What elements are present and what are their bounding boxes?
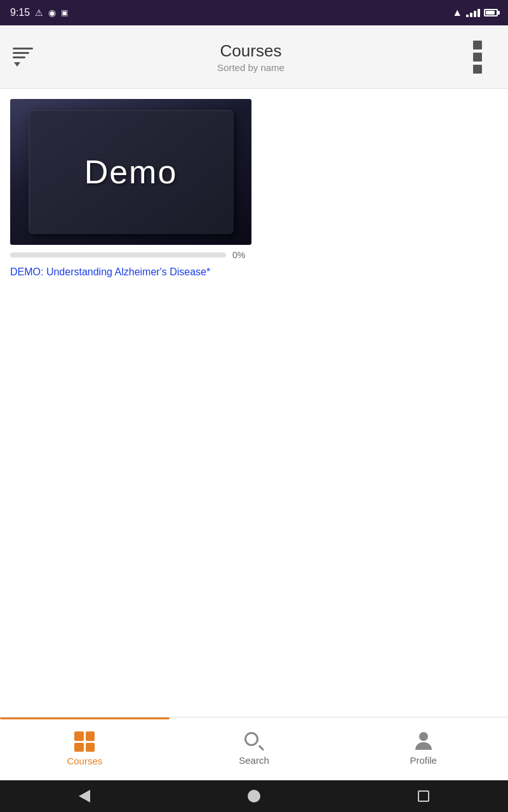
sort-line-1 (13, 48, 33, 49)
search-handle (258, 745, 264, 750)
home-icon (248, 790, 260, 802)
status-time: 9:15 (10, 7, 30, 18)
recents-icon (418, 790, 429, 802)
back-icon (79, 790, 90, 802)
profile-nav-icon (414, 732, 433, 751)
progress-text: 0% (232, 250, 251, 260)
wifi-icon: ▲ (452, 7, 462, 18)
app-bar-title-section: Courses Sorted by name (38, 41, 464, 73)
sort-line-3 (13, 56, 25, 58)
list-view-icon (473, 41, 486, 74)
bottom-nav: Courses Search Profile (0, 717, 508, 780)
location-icon: ◉ (48, 8, 56, 18)
main-content: Demo 0% DEMO: Understanding Alzheimer's … (0, 89, 508, 717)
demo-key-text: Demo (84, 153, 178, 191)
status-bar: 9:15 ⚠ ◉ ▣ ▲ (0, 0, 508, 25)
course-title: DEMO: Understanding Alzheimer's Disease* (10, 265, 251, 279)
layout-toggle-button[interactable] (464, 44, 495, 70)
android-back-button[interactable] (69, 780, 100, 812)
sort-arrow-icon (14, 62, 20, 67)
demo-key: Demo (29, 110, 234, 234)
page-title: Courses (38, 41, 464, 61)
sim-icon: ▣ (61, 8, 68, 17)
android-nav-bar (0, 780, 508, 812)
search-nav-label: Search (239, 755, 269, 766)
android-home-button[interactable] (238, 780, 270, 812)
alert-icon: ⚠ (35, 8, 43, 18)
android-recents-button[interactable] (408, 780, 439, 812)
nav-item-profile[interactable]: Profile (338, 717, 508, 780)
page-subtitle: Sorted by name (38, 62, 464, 73)
courses-nav-label: Courses (67, 756, 102, 766)
search-circle (244, 732, 258, 746)
course-thumbnail: Demo (10, 99, 251, 245)
progress-bar (10, 252, 226, 258)
profile-body-icon (415, 742, 432, 750)
battery-icon (484, 9, 498, 16)
search-nav-icon (244, 732, 264, 751)
status-bar-left: 9:15 ⚠ ◉ ▣ (10, 7, 68, 18)
profile-head-icon (419, 732, 428, 741)
course-grid: Demo 0% DEMO: Understanding Alzheimer's … (10, 99, 498, 279)
signal-icon (466, 8, 480, 17)
progress-container: 0% (10, 250, 251, 260)
status-bar-right: ▲ (452, 7, 498, 18)
sort-line-2 (13, 52, 29, 54)
app-bar: Courses Sorted by name (0, 25, 508, 89)
nav-item-courses[interactable]: Courses (0, 717, 170, 780)
profile-nav-label: Profile (410, 755, 437, 766)
keyboard-key-container: Demo (10, 99, 251, 245)
course-card[interactable]: Demo 0% DEMO: Understanding Alzheimer's … (10, 99, 251, 279)
courses-nav-icon (74, 731, 95, 752)
sort-button[interactable] (13, 44, 38, 70)
nav-item-search[interactable]: Search (170, 717, 339, 780)
